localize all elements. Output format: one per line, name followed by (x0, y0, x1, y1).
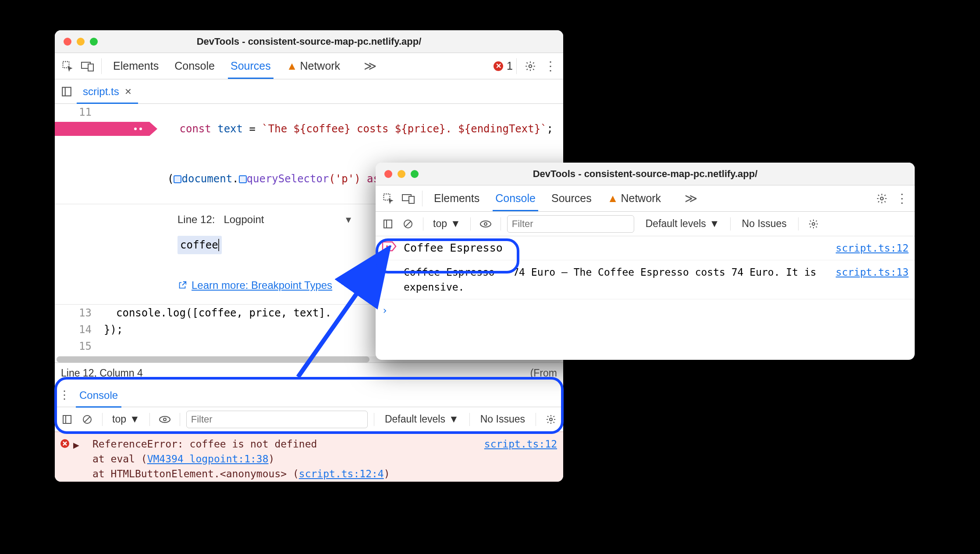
file-tab-script-ts[interactable]: script.ts ✕ (77, 85, 138, 98)
inspect-element-icon[interactable] (58, 57, 77, 75)
console-toolbar: top ▼ Default levels ▼ No Issues (376, 212, 915, 236)
line-number[interactable]: 15 (55, 338, 104, 355)
log-levels-dropdown[interactable]: Default levels ▼ (641, 218, 724, 230)
console-output: ▶ script.ts:12 ReferenceError: coffee is… (55, 432, 563, 482)
string: ('p') (329, 173, 360, 185)
breakpoint-type-label: Logpoint (224, 213, 264, 225)
warning-icon: ▲ (607, 192, 618, 204)
stack-text: at eval ( (92, 453, 147, 465)
external-link-icon (178, 281, 187, 290)
more-tabs-icon[interactable]: ≫ (685, 191, 697, 206)
line-number[interactable]: 12 (55, 154, 92, 204)
traffic-lights (55, 38, 98, 46)
source-link[interactable]: script.ts:12 (836, 241, 909, 256)
tab-console[interactable]: Console (494, 186, 537, 211)
cursor-position: Line 12, Column 4 (61, 367, 143, 379)
device-toolbar-icon[interactable] (78, 57, 97, 75)
levels-label: Default levels (385, 413, 445, 425)
expand-icon[interactable]: ▶ (73, 437, 79, 452)
issues-label[interactable]: No Issues (476, 413, 529, 425)
window-title: DevTools - consistent-source-map-pc.netl… (55, 36, 563, 47)
log-levels-dropdown[interactable]: Default levels ▼ (380, 413, 463, 425)
log-text: Coffee Espresso – 74 Euro – The Coffee E… (404, 266, 817, 293)
tab-network[interactable]: ▲Network (606, 186, 663, 211)
learn-more-text: Learn more: Breakpoint Types (192, 277, 332, 294)
zoom-window-button[interactable] (411, 170, 419, 178)
console-error-message: ▶ script.ts:12 ReferenceError: coffee is… (55, 432, 563, 482)
error-icon (60, 437, 70, 447)
context-selector[interactable]: top ▼ (109, 413, 143, 425)
scrollbar-thumb[interactable] (57, 356, 369, 362)
tab-elements[interactable]: Elements (432, 186, 481, 211)
filter-input[interactable] (186, 411, 368, 428)
svg-line-24 (405, 221, 411, 227)
property-hint-icon (239, 175, 247, 183)
stack-text: at HTMLButtonElement.<anonymous> ( (92, 468, 299, 479)
chevron-down-icon: ▼ (449, 413, 459, 425)
tab-network[interactable]: ▲Network (285, 53, 342, 78)
string: `The ${coffee} costs ${price}. ${endingT… (262, 123, 547, 135)
minimize-window-button[interactable] (77, 38, 85, 46)
panel-tabs: Elements Console Sources ▲Network ≫ (432, 186, 697, 211)
line-number[interactable]: 13 (55, 305, 104, 321)
logpoint-marker[interactable] (55, 121, 157, 137)
identifier: text (217, 123, 243, 135)
drawer-menu-icon[interactable]: ⋮ (58, 388, 71, 402)
drawer-tab-bar: ⋮ Console (55, 384, 563, 407)
filter-input[interactable] (507, 215, 634, 233)
error-count: 1 (507, 60, 513, 72)
console-settings-icon[interactable] (805, 215, 822, 233)
more-tabs-icon[interactable]: ≫ (364, 59, 376, 73)
main-toolbar: Elements Console Sources ▲Network ≫ ⋮ (376, 185, 915, 212)
settings-icon[interactable] (873, 189, 891, 208)
stack-link[interactable]: VM4394 logpoint:1:38 (147, 453, 269, 465)
punct: ( (167, 173, 174, 185)
navigator-toggle-icon[interactable] (57, 86, 77, 97)
source-link[interactable]: script.ts:13 (836, 265, 909, 280)
svg-point-3 (529, 64, 532, 67)
svg-point-7 (134, 128, 137, 130)
source-link[interactable]: script.ts:12 (484, 437, 557, 451)
console-settings-icon[interactable] (542, 411, 560, 428)
context-selector[interactable]: top ▼ (430, 218, 464, 230)
tab-sources[interactable]: Sources (229, 53, 273, 78)
svg-point-26 (484, 223, 487, 225)
tab-sources[interactable]: Sources (550, 186, 593, 211)
settings-icon[interactable] (521, 57, 540, 75)
tab-elements[interactable]: Elements (111, 53, 160, 78)
log-text: Coffee Espresso (404, 241, 503, 254)
window-titlebar: DevTools - consistent-source-map-pc.netl… (376, 163, 915, 185)
error-count-badge[interactable]: ✕ 1 (494, 60, 513, 72)
devtools-window-console: DevTools - consistent-source-map-pc.netl… (376, 163, 915, 360)
svg-point-25 (480, 221, 491, 227)
console-toolbar: top ▼ Default levels ▼ No Issues (55, 407, 563, 432)
live-expression-icon[interactable] (156, 411, 174, 428)
console-prompt[interactable]: › (376, 299, 915, 321)
sidebar-toggle-icon[interactable] (58, 411, 76, 428)
live-expression-icon[interactable] (477, 215, 494, 233)
clear-console-icon[interactable] (78, 411, 96, 428)
zoom-window-button[interactable] (90, 38, 98, 46)
issues-label[interactable]: No Issues (737, 218, 792, 230)
console-output: script.ts:12 Coffee Espresso script.ts:1… (376, 236, 915, 321)
breakpoint-type-dropdown[interactable]: Logpoint ▾ (224, 211, 351, 228)
device-toolbar-icon[interactable] (399, 189, 418, 208)
drawer-tab-console[interactable]: Console (76, 384, 121, 407)
chevron-down-icon: ▼ (130, 413, 140, 425)
tab-console[interactable]: Console (173, 53, 217, 78)
line-number[interactable]: 14 (55, 321, 104, 338)
svg-rect-19 (409, 196, 414, 203)
punct: ; (547, 123, 553, 135)
inspect-element-icon[interactable] (379, 189, 398, 208)
close-window-button[interactable] (64, 38, 71, 46)
close-icon[interactable]: ✕ (124, 86, 132, 97)
clear-console-icon[interactable] (399, 215, 417, 233)
kebab-menu-icon[interactable]: ⋮ (541, 57, 560, 75)
stack-link[interactable]: script.ts:12:4 (299, 468, 384, 479)
identifier: document (181, 173, 232, 185)
close-window-button[interactable] (384, 170, 392, 178)
sidebar-toggle-icon[interactable] (379, 215, 397, 233)
kebab-menu-icon[interactable]: ⋮ (893, 189, 911, 208)
console-logpoint-message: script.ts:12 Coffee Espresso (376, 236, 915, 260)
minimize-window-button[interactable] (398, 170, 405, 178)
